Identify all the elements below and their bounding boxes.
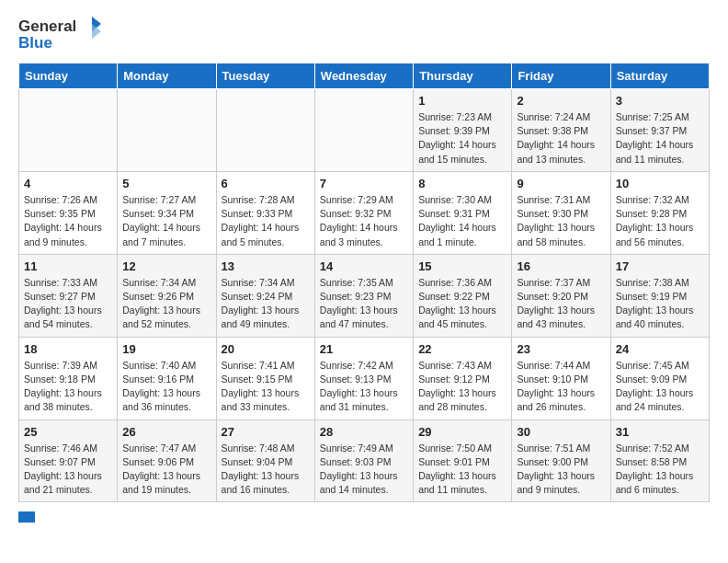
day-info: Sunrise: 7:45 AMSunset: 9:09 PMDaylight:… [616, 359, 704, 415]
day-number: 16 [517, 259, 605, 273]
calendar-cell: 12Sunrise: 7:34 AMSunset: 9:26 PMDayligh… [118, 254, 216, 337]
day-number: 8 [418, 177, 506, 190]
day-number: 4 [24, 177, 112, 190]
calendar-cell: 6Sunrise: 7:28 AMSunset: 9:33 PMDaylight… [216, 171, 314, 254]
day-info: Sunrise: 7:43 AMSunset: 9:12 PMDaylight:… [418, 359, 506, 415]
day-info: Sunrise: 7:34 AMSunset: 9:24 PMDaylight:… [222, 276, 310, 332]
svg-text:Blue: Blue [18, 34, 52, 50]
week-row-4: 18Sunrise: 7:39 AMSunset: 9:18 PMDayligh… [19, 337, 710, 419]
calendar-cell [19, 89, 118, 172]
col-header-friday: Friday [512, 63, 610, 89]
day-info: Sunrise: 7:27 AMSunset: 9:34 PMDaylight:… [122, 193, 210, 249]
day-info: Sunrise: 7:37 AMSunset: 9:20 PMDaylight:… [517, 276, 605, 332]
header-row: SundayMondayTuesdayWednesdayThursdayFrid… [19, 63, 710, 89]
day-number: 26 [122, 425, 210, 439]
calendar-cell: 14Sunrise: 7:35 AMSunset: 9:23 PMDayligh… [314, 254, 413, 337]
col-header-tuesday: Tuesday [216, 63, 314, 89]
day-info: Sunrise: 7:32 AMSunset: 9:28 PMDaylight:… [616, 193, 704, 249]
day-info: Sunrise: 7:52 AMSunset: 8:58 PMDaylight:… [616, 442, 704, 498]
day-number: 12 [122, 259, 210, 273]
day-info: Sunrise: 7:47 AMSunset: 9:06 PMDaylight:… [122, 442, 210, 498]
day-number: 1 [418, 94, 506, 108]
day-number: 25 [24, 425, 112, 439]
col-header-thursday: Thursday [414, 63, 512, 89]
calendar-header: SundayMondayTuesdayWednesdayThursdayFrid… [19, 63, 710, 89]
calendar-cell: 26Sunrise: 7:47 AMSunset: 9:06 PMDayligh… [118, 419, 216, 502]
calendar-cell: 18Sunrise: 7:39 AMSunset: 9:18 PMDayligh… [19, 337, 118, 419]
legend [18, 511, 710, 523]
calendar-cell: 27Sunrise: 7:48 AMSunset: 9:04 PMDayligh… [216, 419, 314, 502]
day-info: Sunrise: 7:23 AMSunset: 9:39 PMDaylight:… [418, 110, 506, 167]
day-number: 27 [222, 425, 310, 439]
week-row-1: 1Sunrise: 7:23 AMSunset: 9:39 PMDaylight… [19, 89, 710, 172]
calendar-cell: 24Sunrise: 7:45 AMSunset: 9:09 PMDayligh… [610, 337, 709, 419]
calendar-cell: 3Sunrise: 7:25 AMSunset: 9:37 PMDaylight… [610, 89, 709, 172]
day-info: Sunrise: 7:24 AMSunset: 9:38 PMDaylight:… [517, 110, 605, 167]
day-number: 14 [320, 259, 408, 273]
calendar-cell: 1Sunrise: 7:23 AMSunset: 9:39 PMDaylight… [414, 89, 512, 172]
day-info: Sunrise: 7:35 AMSunset: 9:23 PMDaylight:… [320, 276, 408, 332]
day-number: 28 [320, 425, 408, 439]
day-info: Sunrise: 7:48 AMSunset: 9:04 PMDaylight:… [222, 442, 310, 498]
calendar-cell: 4Sunrise: 7:26 AMSunset: 9:35 PMDaylight… [19, 171, 118, 254]
logo-svg: General Blue [18, 15, 101, 50]
calendar-cell: 23Sunrise: 7:44 AMSunset: 9:10 PMDayligh… [512, 337, 610, 419]
calendar-cell: 13Sunrise: 7:34 AMSunset: 9:24 PMDayligh… [216, 254, 314, 337]
calendar-cell: 5Sunrise: 7:27 AMSunset: 9:34 PMDaylight… [118, 171, 216, 254]
calendar-cell: 25Sunrise: 7:46 AMSunset: 9:07 PMDayligh… [19, 419, 118, 502]
day-number: 21 [320, 342, 408, 356]
calendar-cell: 20Sunrise: 7:41 AMSunset: 9:15 PMDayligh… [216, 337, 314, 419]
day-number: 31 [616, 425, 704, 439]
calendar-cell: 19Sunrise: 7:40 AMSunset: 9:16 PMDayligh… [118, 337, 216, 419]
day-number: 7 [320, 177, 408, 190]
day-number: 29 [418, 425, 506, 439]
day-info: Sunrise: 7:28 AMSunset: 9:33 PMDaylight:… [222, 193, 310, 249]
day-info: Sunrise: 7:44 AMSunset: 9:10 PMDaylight:… [517, 359, 605, 415]
day-number: 2 [517, 94, 605, 108]
logo: General Blue [18, 15, 101, 50]
calendar-cell: 10Sunrise: 7:32 AMSunset: 9:28 PMDayligh… [610, 171, 709, 254]
calendar-cell: 15Sunrise: 7:36 AMSunset: 9:22 PMDayligh… [414, 254, 512, 337]
calendar-cell: 16Sunrise: 7:37 AMSunset: 9:20 PMDayligh… [512, 254, 610, 337]
day-number: 5 [122, 177, 210, 190]
day-info: Sunrise: 7:50 AMSunset: 9:01 PMDaylight:… [418, 442, 506, 498]
day-number: 13 [222, 259, 310, 273]
col-header-sunday: Sunday [19, 63, 118, 89]
calendar-cell [314, 89, 413, 172]
header: General Blue [18, 15, 710, 50]
day-info: Sunrise: 7:34 AMSunset: 9:26 PMDaylight:… [122, 276, 210, 332]
day-number: 19 [122, 342, 210, 356]
day-info: Sunrise: 7:49 AMSunset: 9:03 PMDaylight:… [320, 442, 408, 498]
col-header-wednesday: Wednesday [314, 63, 413, 89]
calendar-cell: 8Sunrise: 7:30 AMSunset: 9:31 PMDaylight… [414, 171, 512, 254]
calendar-cell: 7Sunrise: 7:29 AMSunset: 9:32 PMDaylight… [314, 171, 413, 254]
day-number: 17 [616, 259, 704, 273]
day-info: Sunrise: 7:36 AMSunset: 9:22 PMDaylight:… [418, 276, 506, 332]
calendar-cell: 22Sunrise: 7:43 AMSunset: 9:12 PMDayligh… [414, 337, 512, 419]
day-info: Sunrise: 7:31 AMSunset: 9:30 PMDaylight:… [517, 193, 605, 249]
day-info: Sunrise: 7:51 AMSunset: 9:00 PMDaylight:… [517, 442, 605, 498]
col-header-saturday: Saturday [610, 63, 709, 89]
calendar-cell: 2Sunrise: 7:24 AMSunset: 9:38 PMDaylight… [512, 89, 610, 172]
day-info: Sunrise: 7:39 AMSunset: 9:18 PMDaylight:… [24, 359, 112, 415]
day-number: 3 [616, 94, 704, 108]
calendar-cell [216, 89, 314, 172]
col-header-monday: Monday [118, 63, 216, 89]
week-row-2: 4Sunrise: 7:26 AMSunset: 9:35 PMDaylight… [19, 171, 710, 254]
day-number: 15 [418, 259, 506, 273]
legend-swatch [18, 511, 35, 523]
calendar-cell: 28Sunrise: 7:49 AMSunset: 9:03 PMDayligh… [314, 419, 413, 502]
day-info: Sunrise: 7:33 AMSunset: 9:27 PMDaylight:… [24, 276, 112, 332]
day-info: Sunrise: 7:26 AMSunset: 9:35 PMDaylight:… [24, 193, 112, 249]
day-number: 23 [517, 342, 605, 356]
calendar-cell: 11Sunrise: 7:33 AMSunset: 9:27 PMDayligh… [19, 254, 118, 337]
calendar-cell: 21Sunrise: 7:42 AMSunset: 9:13 PMDayligh… [314, 337, 413, 419]
day-info: Sunrise: 7:42 AMSunset: 9:13 PMDaylight:… [320, 359, 408, 415]
day-number: 6 [222, 177, 310, 190]
day-number: 30 [517, 425, 605, 439]
day-info: Sunrise: 7:29 AMSunset: 9:32 PMDaylight:… [320, 193, 408, 249]
day-info: Sunrise: 7:38 AMSunset: 9:19 PMDaylight:… [616, 276, 704, 332]
calendar-table: SundayMondayTuesdayWednesdayThursdayFrid… [18, 63, 710, 502]
calendar-cell: 29Sunrise: 7:50 AMSunset: 9:01 PMDayligh… [414, 419, 512, 502]
day-info: Sunrise: 7:46 AMSunset: 9:07 PMDaylight:… [24, 442, 112, 498]
